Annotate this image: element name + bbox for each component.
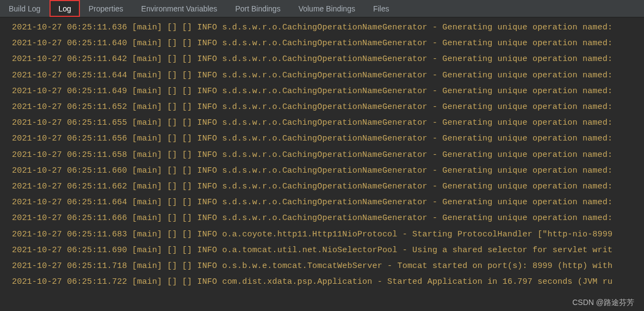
log-line: 2021-10-27 06:25:11.666 [main] [] [] INF… [0,210,644,226]
tab-bar: Build Log Log Properties Environment Var… [0,0,644,17]
tab-files[interactable]: Files [364,0,399,17]
watermark: CSDN @路途芬芳 [572,298,634,308]
log-line: 2021-10-27 06:25:11.683 [main] [] [] INF… [0,227,644,242]
tab-volume-bindings[interactable]: Volume Bindings [290,0,364,17]
log-line: 2021-10-27 06:25:11.652 [main] [] [] INF… [0,99,644,115]
log-line: 2021-10-27 06:25:11.722 [main] [] [] INF… [0,274,644,290]
tab-environment-variables[interactable]: Environment Variables [133,0,227,17]
log-line: 2021-10-27 06:25:11.658 [main] [] [] INF… [0,147,644,163]
tab-build-log[interactable]: Build Log [0,0,49,17]
log-line: 2021-10-27 06:25:11.655 [main] [] [] INF… [0,115,644,131]
tab-properties[interactable]: Properties [80,0,133,17]
log-line: 2021-10-27 06:25:11.636 [main] [] [] INF… [0,20,644,35]
log-line: 2021-10-27 06:25:11.664 [main] [] [] INF… [0,194,644,210]
log-line: 2021-10-27 06:25:11.690 [main] [] [] INF… [0,242,644,258]
log-line: 2021-10-27 06:25:11.660 [main] [] [] INF… [0,163,644,179]
log-line: 2021-10-27 06:25:11.644 [main] [] [] INF… [0,68,644,83]
log-line: 2021-10-27 06:25:11.718 [main] [] [] INF… [0,258,644,274]
log-line: 2021-10-27 06:25:11.642 [main] [] [] INF… [0,51,644,67]
log-output[interactable]: 2021-10-27 06:25:11.636 [main] [] [] INF… [0,17,644,290]
tab-log[interactable]: Log [49,0,79,17]
log-line: 2021-10-27 06:25:11.649 [main] [] [] INF… [0,83,644,99]
log-line: 2021-10-27 06:25:11.640 [main] [] [] INF… [0,35,644,51]
tab-port-bindings[interactable]: Port Bindings [226,0,289,17]
log-line: 2021-10-27 06:25:11.656 [main] [] [] INF… [0,131,644,147]
log-line: 2021-10-27 06:25:11.662 [main] [] [] INF… [0,179,644,194]
